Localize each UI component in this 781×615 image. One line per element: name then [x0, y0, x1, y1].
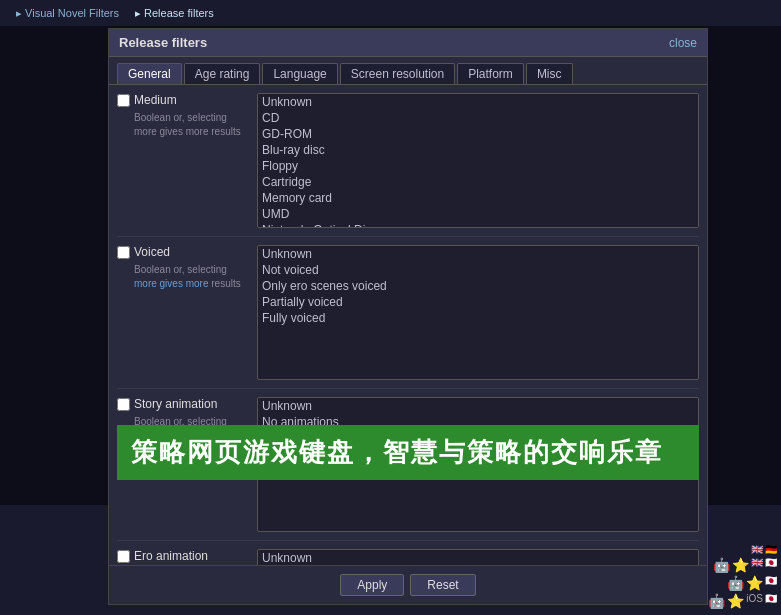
- ero-animation-listbox[interactable]: Unknown No animations Simple animations …: [257, 549, 699, 565]
- voiced-name: Voiced: [134, 245, 170, 259]
- release-filters-link[interactable]: ▸ Release filters: [129, 5, 220, 22]
- close-button[interactable]: close: [669, 36, 697, 50]
- flag-jp-3: 🇯🇵: [765, 593, 777, 609]
- visual-novel-filters-link[interactable]: ▸ Visual Novel Filters: [10, 5, 125, 22]
- ero-animation-name: Ero animation: [134, 549, 208, 563]
- voiced-option-not-voiced[interactable]: Not voiced: [258, 262, 698, 278]
- voiced-list-col: Unknown Not voiced Only ero scenes voice…: [257, 245, 699, 380]
- medium-name: Medium: [134, 93, 177, 107]
- medium-option-nintendo-optical-disc[interactable]: Nintendo Optical Disc: [258, 222, 698, 228]
- ero-animation-filter-row: Ero animation Boolean or, selecting more…: [117, 549, 699, 565]
- medium-option-umd[interactable]: UMD: [258, 206, 698, 222]
- tab-general[interactable]: General: [117, 63, 182, 84]
- medium-list-col: Unknown CD GD-ROM Blu-ray disc Floppy Ca…: [257, 93, 699, 228]
- story-option-unknown[interactable]: Unknown: [258, 398, 698, 414]
- medium-option-gdrom[interactable]: GD-ROM: [258, 126, 698, 142]
- medium-option-floppy[interactable]: Floppy: [258, 158, 698, 174]
- icon-star: ⭐: [732, 557, 749, 573]
- ero-animation-label-col: Ero animation Boolean or, selecting more…: [117, 549, 257, 565]
- medium-label-top: Medium: [117, 93, 249, 107]
- chinese-banner: 策略网页游戏键盘，智慧与策略的交响乐章: [117, 425, 699, 480]
- top-nav: ▸ Visual Novel Filters ▸ Release filters: [0, 0, 781, 26]
- tab-platform[interactable]: Platform: [457, 63, 524, 84]
- story-animation-checkbox[interactable]: [117, 398, 130, 411]
- voiced-label-col: Voiced Boolean or, selecting more gives …: [117, 245, 257, 380]
- icon-android-2: 🤖: [727, 575, 744, 591]
- ero-animation-label-top: Ero animation: [117, 549, 249, 563]
- modal-footer: Apply Reset: [109, 565, 707, 604]
- icon-android: 🤖: [713, 557, 730, 573]
- apply-button[interactable]: Apply: [340, 574, 404, 596]
- voiced-hint: Boolean or, selecting more gives more re…: [117, 263, 249, 291]
- icon-star-3: ⭐: [727, 593, 744, 609]
- medium-checkbox[interactable]: [117, 94, 130, 107]
- medium-option-unknown[interactable]: Unknown: [258, 94, 698, 110]
- flag-de: 🇩🇪: [765, 544, 777, 555]
- medium-hint: Boolean or, selecting more gives more re…: [117, 111, 249, 139]
- story-animation-label-top: Story animation: [117, 397, 249, 411]
- medium-option-cartridge[interactable]: Cartridge: [258, 174, 698, 190]
- voiced-option-unknown[interactable]: Unknown: [258, 246, 698, 262]
- story-animation-filter-row: Story animation Boolean or, selecting mo…: [117, 397, 699, 541]
- ero-option-unknown[interactable]: Unknown: [258, 550, 698, 565]
- medium-option-bluray[interactable]: Blu-ray disc: [258, 142, 698, 158]
- modal-body: Medium Boolean or, selecting more gives …: [109, 85, 707, 565]
- voiced-filter-row: Voiced Boolean or, selecting more gives …: [117, 245, 699, 389]
- medium-option-cd[interactable]: CD: [258, 110, 698, 126]
- voiced-hint-more: more gives more: [134, 278, 208, 289]
- icon-android-3: 🤖: [708, 593, 725, 609]
- voiced-option-only-ero[interactable]: Only ero scenes voiced: [258, 278, 698, 294]
- voiced-option-fully[interactable]: Fully voiced: [258, 310, 698, 326]
- medium-label-col: Medium Boolean or, selecting more gives …: [117, 93, 257, 228]
- voiced-label-top: Voiced: [117, 245, 249, 259]
- story-animation-name: Story animation: [134, 397, 217, 411]
- release-filters-modal: Release filters close General Age rating…: [108, 28, 708, 605]
- flag-jp: 🇯🇵: [765, 557, 777, 573]
- voiced-listbox[interactable]: Unknown Not voiced Only ero scenes voice…: [257, 245, 699, 380]
- flag-uk: 🇬🇧: [751, 544, 763, 555]
- voiced-option-partially[interactable]: Partially voiced: [258, 294, 698, 310]
- flag-jp-2: 🇯🇵: [765, 575, 777, 591]
- ero-animation-checkbox[interactable]: [117, 550, 130, 563]
- modal-header: Release filters close: [109, 29, 707, 57]
- tab-screen-resolution[interactable]: Screen resolution: [340, 63, 455, 84]
- modal-title: Release filters: [119, 35, 207, 50]
- medium-listbox[interactable]: Unknown CD GD-ROM Blu-ray disc Floppy Ca…: [257, 93, 699, 228]
- medium-filter-row: Medium Boolean or, selecting more gives …: [117, 93, 699, 237]
- flag-uk-2: 🇬🇧: [751, 557, 763, 573]
- reset-button[interactable]: Reset: [410, 574, 475, 596]
- tab-bar: General Age rating Language Screen resol…: [109, 57, 707, 85]
- voiced-checkbox[interactable]: [117, 246, 130, 259]
- icon-star-2: ⭐: [746, 575, 763, 591]
- tab-misc[interactable]: Misc: [526, 63, 573, 84]
- ero-animation-list-col: Unknown No animations Simple animations …: [257, 549, 699, 565]
- tab-age-rating[interactable]: Age rating: [184, 63, 261, 84]
- tab-language[interactable]: Language: [262, 63, 337, 84]
- medium-option-memory-card[interactable]: Memory card: [258, 190, 698, 206]
- label-ios: iOS: [746, 593, 763, 609]
